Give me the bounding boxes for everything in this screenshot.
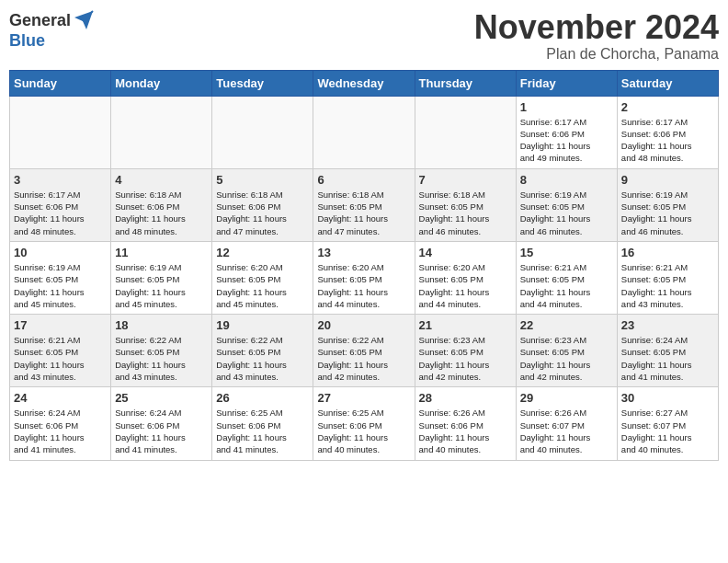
logo-bird-icon bbox=[73, 9, 95, 31]
calendar-day-cell: 10Sunrise: 6:19 AM Sunset: 6:05 PM Dayli… bbox=[10, 241, 111, 314]
calendar-day-cell: 20Sunrise: 6:22 AM Sunset: 6:05 PM Dayli… bbox=[313, 315, 415, 387]
day-info: Sunrise: 6:20 AM Sunset: 6:05 PM Dayligh… bbox=[216, 261, 309, 310]
day-info: Sunrise: 6:23 AM Sunset: 6:05 PM Dayligh… bbox=[520, 334, 613, 383]
calendar-day-cell: 3Sunrise: 6:17 AM Sunset: 6:06 PM Daylig… bbox=[10, 168, 111, 241]
day-number: 2 bbox=[621, 100, 714, 114]
day-info: Sunrise: 6:24 AM Sunset: 6:06 PM Dayligh… bbox=[115, 407, 208, 455]
calendar-day-cell bbox=[415, 96, 516, 168]
title-area: November 2024 Plan de Chorcha, Panama bbox=[474, 9, 719, 63]
weekday-header-tuesday: Tuesday bbox=[212, 70, 313, 96]
calendar-day-cell: 23Sunrise: 6:24 AM Sunset: 6:05 PM Dayli… bbox=[617, 315, 718, 387]
calendar-day-cell: 12Sunrise: 6:20 AM Sunset: 6:05 PM Dayli… bbox=[212, 241, 313, 314]
calendar-day-cell: 18Sunrise: 6:22 AM Sunset: 6:05 PM Dayli… bbox=[111, 315, 212, 387]
day-info: Sunrise: 6:17 AM Sunset: 6:06 PM Dayligh… bbox=[621, 116, 714, 165]
calendar-day-cell: 4Sunrise: 6:18 AM Sunset: 6:06 PM Daylig… bbox=[111, 168, 212, 241]
calendar-day-cell: 19Sunrise: 6:22 AM Sunset: 6:05 PM Dayli… bbox=[212, 315, 313, 387]
day-number: 1 bbox=[520, 100, 613, 114]
day-number: 13 bbox=[317, 246, 410, 259]
day-info: Sunrise: 6:22 AM Sunset: 6:05 PM Dayligh… bbox=[216, 334, 309, 383]
logo-general-text: General bbox=[9, 11, 71, 30]
day-info: Sunrise: 6:26 AM Sunset: 6:06 PM Dayligh… bbox=[419, 407, 512, 455]
calendar-day-cell: 11Sunrise: 6:19 AM Sunset: 6:05 PM Dayli… bbox=[111, 241, 212, 314]
weekday-header-wednesday: Wednesday bbox=[313, 70, 415, 96]
day-number: 23 bbox=[621, 318, 714, 332]
calendar-day-cell: 30Sunrise: 6:27 AM Sunset: 6:07 PM Dayli… bbox=[617, 387, 718, 460]
day-info: Sunrise: 6:21 AM Sunset: 6:05 PM Dayligh… bbox=[621, 261, 714, 310]
calendar-day-cell: 17Sunrise: 6:21 AM Sunset: 6:05 PM Dayli… bbox=[10, 315, 111, 387]
day-number: 3 bbox=[14, 173, 107, 187]
page-header: General Blue November 2024 Plan de Chorc… bbox=[9, 9, 719, 63]
calendar-day-cell: 1Sunrise: 6:17 AM Sunset: 6:06 PM Daylig… bbox=[516, 96, 617, 168]
calendar-week-row-1: 1Sunrise: 6:17 AM Sunset: 6:06 PM Daylig… bbox=[10, 96, 719, 168]
calendar-day-cell: 25Sunrise: 6:24 AM Sunset: 6:06 PM Dayli… bbox=[111, 387, 212, 460]
day-number: 11 bbox=[115, 246, 208, 259]
calendar-day-cell bbox=[212, 96, 313, 168]
day-number: 25 bbox=[115, 391, 208, 405]
calendar-day-cell: 28Sunrise: 6:26 AM Sunset: 6:06 PM Dayli… bbox=[415, 387, 516, 460]
day-number: 6 bbox=[317, 173, 410, 187]
calendar-day-cell: 22Sunrise: 6:23 AM Sunset: 6:05 PM Dayli… bbox=[516, 315, 617, 387]
day-number: 21 bbox=[419, 318, 512, 332]
calendar-week-row-3: 10Sunrise: 6:19 AM Sunset: 6:05 PM Dayli… bbox=[10, 241, 719, 314]
day-number: 7 bbox=[419, 173, 512, 187]
day-info: Sunrise: 6:21 AM Sunset: 6:05 PM Dayligh… bbox=[14, 334, 107, 383]
calendar-day-cell: 21Sunrise: 6:23 AM Sunset: 6:05 PM Dayli… bbox=[415, 315, 516, 387]
day-number: 16 bbox=[621, 246, 714, 259]
weekday-header-saturday: Saturday bbox=[617, 70, 718, 96]
weekday-header-monday: Monday bbox=[111, 70, 212, 96]
calendar-day-cell: 15Sunrise: 6:21 AM Sunset: 6:05 PM Dayli… bbox=[516, 241, 617, 314]
calendar-day-cell: 6Sunrise: 6:18 AM Sunset: 6:05 PM Daylig… bbox=[313, 168, 415, 241]
day-number: 12 bbox=[216, 246, 309, 259]
logo: General Blue bbox=[9, 9, 95, 51]
weekday-header-friday: Friday bbox=[516, 70, 617, 96]
day-info: Sunrise: 6:20 AM Sunset: 6:05 PM Dayligh… bbox=[317, 261, 410, 310]
day-number: 9 bbox=[621, 173, 714, 187]
day-info: Sunrise: 6:18 AM Sunset: 6:05 PM Dayligh… bbox=[317, 189, 410, 237]
day-number: 30 bbox=[621, 391, 714, 405]
day-info: Sunrise: 6:17 AM Sunset: 6:06 PM Dayligh… bbox=[520, 116, 613, 165]
day-number: 22 bbox=[520, 318, 613, 332]
day-number: 28 bbox=[419, 391, 512, 405]
calendar-day-cell: 27Sunrise: 6:25 AM Sunset: 6:06 PM Dayli… bbox=[313, 387, 415, 460]
day-info: Sunrise: 6:22 AM Sunset: 6:05 PM Dayligh… bbox=[317, 334, 410, 383]
calendar-week-row-4: 17Sunrise: 6:21 AM Sunset: 6:05 PM Dayli… bbox=[10, 315, 719, 387]
day-info: Sunrise: 6:19 AM Sunset: 6:05 PM Dayligh… bbox=[520, 189, 613, 237]
calendar-day-cell: 14Sunrise: 6:20 AM Sunset: 6:05 PM Dayli… bbox=[415, 241, 516, 314]
day-info: Sunrise: 6:21 AM Sunset: 6:05 PM Dayligh… bbox=[520, 261, 613, 310]
calendar-day-cell: 24Sunrise: 6:24 AM Sunset: 6:06 PM Dayli… bbox=[10, 387, 111, 460]
day-info: Sunrise: 6:26 AM Sunset: 6:07 PM Dayligh… bbox=[520, 407, 613, 455]
day-info: Sunrise: 6:19 AM Sunset: 6:05 PM Dayligh… bbox=[621, 189, 714, 237]
day-info: Sunrise: 6:17 AM Sunset: 6:06 PM Dayligh… bbox=[14, 189, 107, 237]
day-info: Sunrise: 6:24 AM Sunset: 6:05 PM Dayligh… bbox=[621, 334, 714, 383]
day-info: Sunrise: 6:23 AM Sunset: 6:05 PM Dayligh… bbox=[419, 334, 512, 383]
calendar-day-cell: 29Sunrise: 6:26 AM Sunset: 6:07 PM Dayli… bbox=[516, 387, 617, 460]
day-number: 19 bbox=[216, 318, 309, 332]
day-number: 18 bbox=[115, 318, 208, 332]
day-number: 17 bbox=[14, 318, 107, 332]
day-number: 29 bbox=[520, 391, 613, 405]
calendar-day-cell bbox=[10, 96, 111, 168]
calendar-day-cell: 26Sunrise: 6:25 AM Sunset: 6:06 PM Dayli… bbox=[212, 387, 313, 460]
day-info: Sunrise: 6:22 AM Sunset: 6:05 PM Dayligh… bbox=[115, 334, 208, 383]
day-info: Sunrise: 6:18 AM Sunset: 6:06 PM Dayligh… bbox=[115, 189, 208, 237]
day-info: Sunrise: 6:24 AM Sunset: 6:06 PM Dayligh… bbox=[14, 407, 107, 455]
calendar-day-cell: 9Sunrise: 6:19 AM Sunset: 6:05 PM Daylig… bbox=[617, 168, 718, 241]
day-info: Sunrise: 6:27 AM Sunset: 6:07 PM Dayligh… bbox=[621, 407, 714, 455]
calendar-day-cell: 8Sunrise: 6:19 AM Sunset: 6:05 PM Daylig… bbox=[516, 168, 617, 241]
day-info: Sunrise: 6:18 AM Sunset: 6:05 PM Dayligh… bbox=[419, 189, 512, 237]
day-number: 4 bbox=[115, 173, 208, 187]
calendar-day-cell: 16Sunrise: 6:21 AM Sunset: 6:05 PM Dayli… bbox=[617, 241, 718, 314]
calendar-week-row-5: 24Sunrise: 6:24 AM Sunset: 6:06 PM Dayli… bbox=[10, 387, 719, 460]
location-subtitle: Plan de Chorcha, Panama bbox=[474, 46, 719, 63]
month-title: November 2024 bbox=[474, 9, 719, 46]
day-number: 5 bbox=[216, 173, 309, 187]
weekday-header-row: SundayMondayTuesdayWednesdayThursdayFrid… bbox=[10, 70, 719, 96]
day-info: Sunrise: 6:25 AM Sunset: 6:06 PM Dayligh… bbox=[216, 407, 309, 455]
calendar-day-cell: 2Sunrise: 6:17 AM Sunset: 6:06 PM Daylig… bbox=[617, 96, 718, 168]
day-info: Sunrise: 6:19 AM Sunset: 6:05 PM Dayligh… bbox=[14, 261, 107, 310]
day-info: Sunrise: 6:18 AM Sunset: 6:06 PM Dayligh… bbox=[216, 189, 309, 237]
day-number: 20 bbox=[317, 318, 410, 332]
day-info: Sunrise: 6:20 AM Sunset: 6:05 PM Dayligh… bbox=[419, 261, 512, 310]
day-number: 26 bbox=[216, 391, 309, 405]
calendar-table: SundayMondayTuesdayWednesdayThursdayFrid… bbox=[9, 70, 719, 461]
